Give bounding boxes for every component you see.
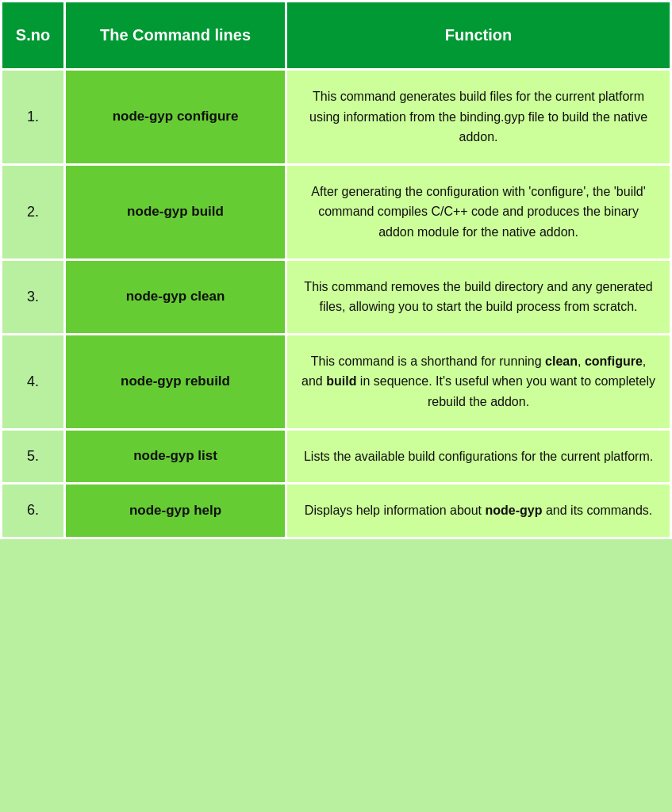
header-sno: S.no	[2, 2, 65, 70]
header-command: The Command lines	[64, 2, 286, 70]
table-row: 2. node-gyp build After generating the c…	[2, 164, 671, 259]
table-row: 6. node-gyp help Displays help informati…	[2, 484, 671, 538]
cell-function-1: This command generates build files for t…	[286, 70, 671, 165]
cell-command-3: node-gyp clean	[64, 259, 286, 334]
cell-function-5: Lists the available build configurations…	[286, 429, 671, 484]
table-row: 5. node-gyp list Lists the available bui…	[2, 429, 671, 484]
cell-function-2: After generating the configuration with …	[286, 164, 671, 259]
cell-sno-5: 5.	[2, 429, 65, 484]
cell-command-1: node-gyp configure	[64, 70, 286, 165]
cell-command-5: node-gyp list	[64, 429, 286, 484]
cell-sno-2: 2.	[2, 164, 65, 259]
cell-sno-1: 1.	[2, 70, 65, 165]
main-table: S.no The Command lines Function 1. node-…	[0, 0, 672, 539]
cell-sno-6: 6.	[2, 484, 65, 538]
cell-sno-3: 3.	[2, 259, 65, 334]
table-header: S.no The Command lines Function	[2, 2, 671, 70]
table-row: 3. node-gyp clean This command removes t…	[2, 259, 671, 334]
cell-command-6: node-gyp help	[64, 484, 286, 538]
table-row: 4. node-gyp rebuild This command is a sh…	[2, 334, 671, 429]
cell-function-3: This command removes the build directory…	[286, 259, 671, 334]
table-row: 1. node-gyp configure This command gener…	[2, 70, 671, 165]
cell-command-2: node-gyp build	[64, 164, 286, 259]
header-function: Function	[286, 2, 671, 70]
cell-command-4: node-gyp rebuild	[64, 334, 286, 429]
cell-sno-4: 4.	[2, 334, 65, 429]
cell-function-4: This command is a shorthand for running …	[286, 334, 671, 429]
cell-function-6: Displays help information about node-gyp…	[286, 484, 671, 538]
